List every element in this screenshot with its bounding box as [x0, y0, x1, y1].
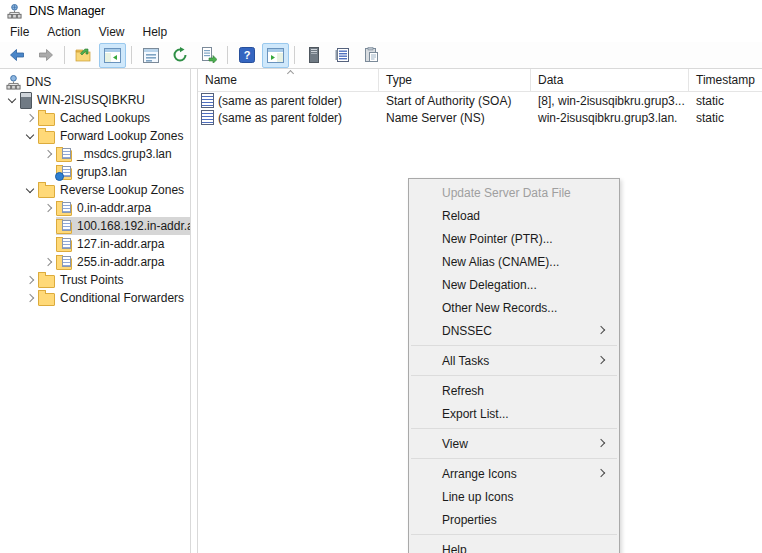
tree-item-win-2isusqibkru[interactable]: WIN-2ISUSQIBKRU — [0, 91, 190, 109]
column-header-timestamp[interactable]: Timestamp — [689, 69, 762, 91]
menu-item-arrange-icons[interactable]: Arrange Icons — [409, 462, 619, 485]
folder-up-icon — [75, 47, 92, 63]
record-icon — [201, 93, 214, 108]
address-list-button[interactable] — [329, 43, 356, 68]
menu-item-reload[interactable]: Reload — [409, 204, 619, 227]
toolbar-separator — [294, 46, 295, 64]
help-button[interactable]: ? — [233, 43, 260, 68]
record-icon — [201, 110, 214, 125]
tree-item-msdcs-grup3-lan[interactable]: _msdcs.grup3.lan — [0, 145, 190, 163]
menu-item-new-pointer-ptr[interactable]: New Pointer (PTR)... — [409, 227, 619, 250]
column-header-data[interactable]: Data — [531, 69, 689, 91]
folder-icon — [38, 113, 55, 126]
tree-item-conditional-forwarders[interactable]: Conditional Forwarders — [0, 289, 190, 307]
menu-view[interactable]: View — [90, 23, 134, 41]
submenu-arrow-icon — [598, 469, 607, 478]
tree-item-forward-lookup-zones[interactable]: Forward Lookup Zones — [0, 127, 190, 145]
chevron-expanded-icon[interactable] — [22, 182, 38, 198]
console-tree-icon — [104, 48, 121, 63]
up-one-level-button[interactable] — [70, 43, 97, 68]
record-row-soa[interactable]: (same as parent folder) Start of Authori… — [198, 92, 762, 109]
menu-separator — [411, 458, 617, 459]
menu-action[interactable]: Action — [38, 23, 89, 41]
selected-tree-item[interactable]: 100.168.192.in-addr.a — [56, 217, 190, 235]
toolbar-separator — [64, 46, 65, 64]
forward-button[interactable] — [32, 43, 59, 68]
chevron-collapsed-icon[interactable] — [22, 290, 38, 306]
toolbar-separator — [227, 46, 228, 64]
menu-item-new-alias-cname[interactable]: New Alias (CNAME)... — [409, 250, 619, 273]
tree-item-0-in-addr-arpa[interactable]: 0.in-addr.arpa — [0, 199, 190, 217]
list-header: Name Type Data Timestamp — [198, 69, 762, 92]
server-button[interactable] — [300, 43, 327, 68]
svg-text:?: ? — [243, 49, 250, 61]
properties-icon — [143, 48, 159, 63]
tree-item-label: DNS — [23, 75, 51, 89]
folder-icon — [38, 131, 55, 144]
folder-icon — [38, 275, 55, 288]
context-menu: Update Server Data File Reload New Point… — [408, 178, 620, 553]
tree-item-127-in-addr-arpa[interactable]: 127.in-addr.arpa — [0, 235, 190, 253]
export-list-button[interactable] — [195, 43, 222, 68]
menu-separator — [411, 428, 617, 429]
chevron-placeholder — [40, 164, 56, 180]
tree-item-reverse-lookup-zones[interactable]: Reverse Lookup Zones — [0, 181, 190, 199]
chevron-placeholder — [40, 218, 56, 234]
submenu-arrow-icon — [598, 326, 607, 335]
clipboard-button[interactable] — [358, 43, 385, 68]
chevron-collapsed-icon[interactable] — [22, 110, 38, 126]
dns-network-icon — [6, 75, 21, 90]
tree-item-label: Conditional Forwarders — [57, 291, 184, 305]
record-row-ns[interactable]: (same as parent folder) Name Server (NS)… — [198, 109, 762, 126]
server-icon — [20, 92, 32, 109]
tree-item-dns[interactable]: DNS — [0, 73, 190, 91]
show-hide-action-pane-button[interactable] — [262, 43, 289, 68]
menu-item-new-delegation[interactable]: New Delegation... — [409, 273, 619, 296]
chevron-expanded-icon[interactable] — [4, 92, 20, 108]
menu-item-refresh[interactable]: Refresh — [409, 379, 619, 402]
tree-item-label: WIN-2ISUSQIBKRU — [34, 93, 145, 107]
tree-item-label: Reverse Lookup Zones — [57, 183, 184, 197]
tree-item-label: 255.in-addr.arpa — [74, 255, 164, 269]
show-hide-console-tree-button[interactable] — [99, 43, 126, 68]
menu-item-export-list[interactable]: Export List... — [409, 402, 619, 425]
menu-item-other-new-records[interactable]: Other New Records... — [409, 296, 619, 319]
chevron-collapsed-icon[interactable] — [40, 146, 56, 162]
column-header-type[interactable]: Type — [379, 69, 531, 91]
back-button[interactable] — [3, 43, 30, 68]
chevron-expanded-icon[interactable] — [22, 128, 38, 144]
chevron-collapsed-icon[interactable] — [22, 272, 38, 288]
submenu-arrow-icon — [598, 356, 607, 365]
tree-item-100-168-192-in-addr-arpa[interactable]: 100.168.192.in-addr.a — [0, 217, 190, 235]
zone-icon — [56, 204, 72, 216]
tree-item-grup3-lan[interactable]: grup3.lan — [0, 163, 190, 181]
menu-item-help[interactable]: Help — [409, 538, 619, 553]
column-header-name[interactable]: Name — [198, 69, 379, 91]
dns-app-icon — [7, 4, 22, 19]
tree-item-label: grup3.lan — [74, 165, 127, 179]
tree-item-label: 100.168.192.in-addr.a — [74, 219, 190, 233]
content-area: DNS WIN-2ISUSQIBKRU Cached Lookups Forwa… — [0, 69, 762, 553]
tree-item-label: Forward Lookup Zones — [57, 129, 183, 143]
menu-file[interactable]: File — [1, 23, 38, 41]
properties-button[interactable] — [137, 43, 164, 68]
chevron-collapsed-icon[interactable] — [40, 254, 56, 270]
help-icon: ? — [239, 47, 255, 63]
tree-item-cached-lookups[interactable]: Cached Lookups — [0, 109, 190, 127]
menu-item-dnssec[interactable]: DNSSEC — [409, 319, 619, 342]
zone-icon — [56, 150, 72, 162]
menu-item-view[interactable]: View — [409, 432, 619, 455]
menu-item-all-tasks[interactable]: All Tasks — [409, 349, 619, 372]
folder-icon — [38, 185, 55, 198]
tree-item-label: Trust Points — [57, 273, 124, 287]
chevron-collapsed-icon[interactable] — [40, 200, 56, 216]
menu-item-properties[interactable]: Properties — [409, 508, 619, 531]
console-tree: DNS WIN-2ISUSQIBKRU Cached Lookups Forwa… — [0, 69, 191, 553]
menu-help[interactable]: Help — [134, 23, 177, 41]
export-list-icon — [201, 47, 217, 63]
tree-item-255-in-addr-arpa[interactable]: 255.in-addr.arpa — [0, 253, 190, 271]
refresh-button[interactable] — [166, 43, 193, 68]
tree-item-trust-points[interactable]: Trust Points — [0, 271, 190, 289]
menu-item-line-up-icons[interactable]: Line up Icons — [409, 485, 619, 508]
folder-icon — [38, 293, 55, 306]
